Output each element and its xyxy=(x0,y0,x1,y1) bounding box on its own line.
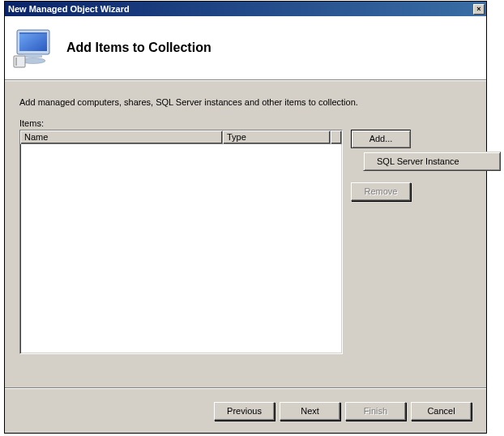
cancel-button[interactable]: Cancel xyxy=(411,402,472,421)
wizard-button-row: Previous Next Finish Cancel xyxy=(5,389,486,421)
remove-button: Remove xyxy=(351,182,411,201)
window-title: New Managed Object Wizard xyxy=(8,4,130,14)
page-title: Add Items to Collection xyxy=(66,41,211,55)
add-dropdown-menu: SQL Server Instance xyxy=(363,152,501,171)
svg-rect-6 xyxy=(15,58,17,66)
close-button[interactable]: × xyxy=(473,4,485,15)
column-header-name[interactable]: Name xyxy=(20,130,223,144)
add-button[interactable]: Add... xyxy=(351,130,411,148)
listview-headers: Name Type xyxy=(20,130,342,144)
monitor-icon xyxy=(13,25,58,71)
instruction-text: Add managed computers, shares, SQL Serve… xyxy=(19,97,472,107)
content-area: Add managed computers, shares, SQL Serve… xyxy=(5,81,486,387)
previous-button[interactable]: Previous xyxy=(214,402,275,421)
next-button[interactable]: Next xyxy=(280,402,340,421)
wizard-buttons: Previous Next Finish Cancel xyxy=(5,387,486,433)
column-header-filler xyxy=(331,130,342,144)
close-icon: × xyxy=(476,5,481,13)
items-listview[interactable]: Name Type xyxy=(19,130,343,354)
finish-button: Finish xyxy=(345,402,406,421)
svg-rect-1 xyxy=(19,32,47,51)
menu-item-sql-server-instance[interactable]: SQL Server Instance xyxy=(365,154,498,169)
svg-rect-2 xyxy=(19,32,47,34)
column-header-type[interactable]: Type xyxy=(223,130,331,144)
titlebar: New Managed Object Wizard × xyxy=(5,2,486,16)
wizard-window: New Managed Object Wizard × xyxy=(4,1,487,434)
svg-rect-3 xyxy=(24,54,42,58)
wizard-header: Add Items to Collection xyxy=(5,16,486,79)
items-label: Items: xyxy=(19,118,472,128)
